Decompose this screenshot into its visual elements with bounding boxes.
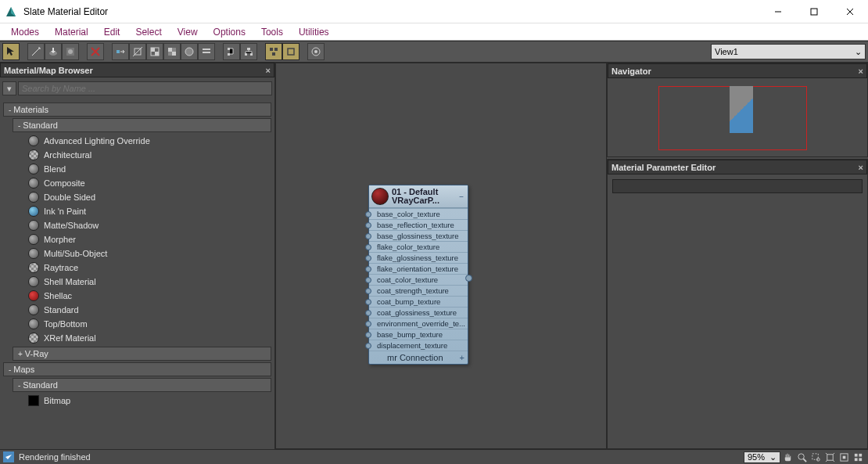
node-input-slot[interactable]: flake_orientation_texture (369, 263, 468, 274)
category-vray[interactable]: +V-Ray (13, 347, 271, 361)
tool-assign-button[interactable] (45, 43, 62, 60)
tool-preview-button[interactable] (181, 43, 198, 60)
window-maximize-button[interactable] (796, 0, 832, 23)
material-item[interactable]: Standard (25, 303, 273, 317)
material-item[interactable]: Architectural (25, 148, 273, 162)
material-item[interactable]: Blend (25, 162, 273, 176)
material-item[interactable]: Matte/Shadow (25, 218, 273, 232)
tool-hide-unused-button[interactable] (129, 43, 146, 60)
menu-view[interactable]: View (170, 24, 206, 40)
node-input-port[interactable] (365, 310, 371, 316)
zoom-extents-button[interactable] (823, 451, 836, 463)
node-input-slot[interactable]: coat_bump_texture (369, 296, 468, 307)
close-icon[interactable]: × (266, 66, 271, 75)
menu-utilities[interactable]: Utilities (291, 24, 337, 40)
material-item[interactable]: Double Sided (25, 190, 273, 204)
material-item[interactable]: Top/Bottom (25, 317, 273, 331)
node-canvas[interactable]: 01 - DefaultVRayCarP... − base_color_tex… (275, 63, 607, 449)
menu-modes[interactable]: Modes (3, 24, 47, 40)
category-standard[interactable]: -Standard (13, 118, 271, 132)
node-input-port[interactable] (365, 266, 371, 272)
node-input-port[interactable] (365, 321, 371, 327)
navigator-viewport[interactable] (608, 78, 867, 156)
node-input-slot[interactable]: environment_override_te... (369, 318, 468, 329)
menu-edit[interactable]: Edit (96, 24, 128, 40)
tool-background-button[interactable] (163, 43, 181, 60)
node-input-port[interactable] (365, 332, 371, 338)
material-item[interactable]: Shellac (25, 289, 273, 303)
node-input-slot[interactable]: displacement_texture (369, 340, 468, 351)
node-input-port[interactable] (365, 277, 371, 283)
node-input-port[interactable] (365, 288, 371, 294)
tool-layout-all-button[interactable] (265, 43, 282, 60)
node-input-slot[interactable]: flake_glossiness_texture (369, 252, 468, 263)
material-item[interactable]: Multi/Sub-Object (25, 246, 273, 261)
map-item[interactable]: Bitmap (25, 394, 273, 408)
pan-tool-button[interactable] (781, 451, 794, 463)
close-icon[interactable]: × (859, 67, 863, 76)
material-item[interactable]: Advanced Lighting Override (25, 134, 273, 148)
tool-select-button[interactable] (2, 43, 20, 60)
main-toolbar: View1 ⌄ (0, 41, 868, 63)
node-collapse-button[interactable]: − (457, 192, 465, 201)
node-input-slot[interactable]: coat_color_texture (369, 274, 468, 285)
view-dropdown[interactable]: View1 ⌄ (711, 44, 866, 59)
zoom-region-button[interactable] (809, 451, 822, 463)
tool-select-children-button[interactable] (240, 43, 257, 60)
material-node[interactable]: 01 - DefaultVRayCarP... − base_color_tex… (368, 185, 468, 365)
material-item[interactable]: Morpher (25, 232, 273, 246)
node-input-slot[interactable]: coat_strength_texture (369, 285, 468, 296)
tool-delete-button[interactable] (87, 43, 104, 60)
node-input-slot[interactable]: coat_glossiness_texture (369, 307, 468, 318)
node-input-port[interactable] (365, 211, 371, 218)
node-input-slot[interactable]: base_glossiness_texture (369, 230, 468, 241)
category-materials[interactable]: -Materials (3, 103, 271, 117)
browser-tree[interactable]: -Materials -Standard Advanced Lighting O… (0, 99, 274, 449)
close-icon[interactable]: × (859, 163, 863, 172)
node-input-slot[interactable]: flake_color_texture (369, 241, 468, 252)
material-item[interactable]: Shell Material (25, 275, 273, 289)
menu-material[interactable]: Material (47, 24, 96, 40)
node-input-port[interactable] (365, 222, 371, 228)
node-input-port[interactable] (365, 343, 371, 349)
tool-options-button[interactable] (198, 43, 215, 60)
material-item[interactable]: Composite (25, 176, 273, 190)
node-input-slot[interactable]: base_color_texture (369, 208, 468, 219)
tool-material-id-button[interactable] (307, 43, 325, 60)
category-maps[interactable]: -Maps (3, 362, 271, 376)
menu-select[interactable]: Select (127, 24, 169, 40)
zoom-extents-sel-button[interactable] (838, 451, 850, 463)
node-input-port[interactable] (365, 244, 371, 250)
tool-pick-button[interactable] (27, 43, 45, 60)
tool-select-tree-button[interactable] (223, 43, 240, 60)
material-item[interactable]: Ink 'n Paint (25, 204, 273, 218)
tool-move-children-button[interactable] (112, 43, 129, 60)
node-input-slot[interactable]: base_bump_texture (369, 329, 468, 340)
material-item[interactable]: XRef Material (25, 331, 273, 345)
menu-tools[interactable]: Tools (253, 24, 291, 40)
material-item[interactable]: Raytrace (25, 261, 273, 275)
search-input[interactable] (18, 81, 272, 95)
node-input-slot[interactable]: base_reflection_texture (369, 219, 468, 230)
search-options-button[interactable]: ▾ (2, 81, 16, 95)
tool-show-map-button[interactable] (146, 43, 163, 60)
window-minimize-button[interactable] (760, 0, 796, 23)
node-mr-connection[interactable]: mr Connection+ (369, 351, 468, 364)
node-input-port[interactable] (365, 299, 371, 305)
svg-rect-22 (228, 53, 230, 56)
parameter-name-field[interactable] (612, 179, 863, 193)
layout-button[interactable] (852, 451, 864, 463)
node-header[interactable]: 01 - DefaultVRayCarP... − (369, 185, 468, 208)
tool-apply-button[interactable] (62, 43, 79, 60)
tool-layout-children-button[interactable] (282, 43, 299, 60)
node-input-port[interactable] (365, 233, 371, 239)
zoom-tool-button[interactable] (795, 451, 808, 463)
svg-point-6 (68, 49, 73, 54)
window-close-button[interactable] (832, 0, 868, 23)
node-input-port[interactable] (365, 255, 371, 261)
category-maps-standard[interactable]: -Standard (13, 378, 271, 392)
browser-title: Material/Map Browser (4, 66, 93, 75)
menu-options[interactable]: Options (206, 24, 253, 40)
svg-rect-16 (168, 48, 172, 52)
zoom-level[interactable]: 95% ⌄ (744, 451, 780, 463)
